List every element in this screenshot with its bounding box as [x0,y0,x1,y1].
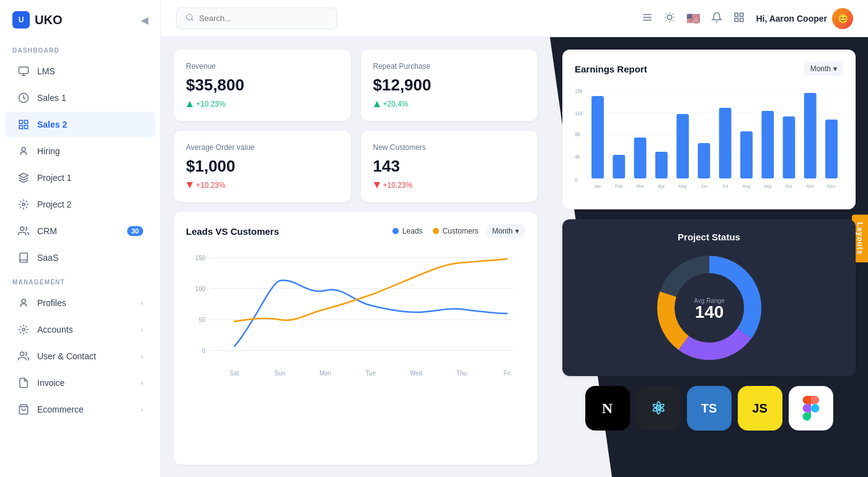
lms-label: LMS [37,66,55,76]
svg-text:Dec: Dec [828,183,836,189]
invoice-label: Invoice [37,378,64,388]
logo: U UKO [12,11,62,28]
menu-icon[interactable] [642,12,653,25]
nextjs-logo[interactable]: N [585,386,630,431]
svg-rect-62 [634,138,647,178]
sidebar-item-hiring[interactable]: Hiring [5,138,156,164]
revenue-change: +10.23% [186,100,339,108]
leads-vs-customers-card: Leads VS Customers Leads Customers [174,212,538,465]
sidebar-item-lms[interactable]: LMS [5,58,156,84]
apps-icon[interactable] [733,12,745,25]
leads-legend-label: Leads [402,227,423,235]
repeat-change: +20.4% [373,100,526,108]
svg-line-14 [192,19,193,21]
react-logo[interactable]: ⚛ [636,386,681,431]
sidebar-item-saas[interactable]: SaaS [5,245,156,271]
project2-label: Project 2 [37,199,71,209]
hiring-icon [17,145,30,157]
sidebar-item-usercontact[interactable]: User & Contact › [5,343,156,369]
leads-title: Leads VS Customers [186,226,279,237]
leads-legend-dot [392,228,399,234]
svg-point-8 [20,227,24,230]
sidebar-item-project2[interactable]: Project 2 [5,191,156,217]
lms-icon [17,65,30,77]
earnings-card: Earnings Report Month ▾ 15k 11k 8k 4k [562,50,856,209]
svg-text:4k: 4k [575,154,580,160]
revenue-value: $35,800 [186,76,339,95]
search-input[interactable] [199,14,323,23]
svg-rect-63 [655,152,668,178]
flag-icon[interactable]: 🇺🇸 [686,12,700,25]
line-chart: 150 100 50 0 Sat Sun Mon Tue Wed Thu Fri [186,245,525,382]
sidebar-item-ecommerce[interactable]: Ecommerce › [5,396,156,422]
svg-text:Mon: Mon [319,370,331,377]
right-column: Earnings Report Month ▾ 15k 11k 8k 4k [550,37,868,477]
figma-logo[interactable] [789,386,833,431]
invoice-icon [17,377,30,389]
svg-text:Tue: Tue [366,370,376,377]
search-box[interactable] [176,7,337,29]
stat-card-repeat-purchase: Repeat Purchase $12,900 +20.4% [361,50,538,121]
svg-line-22 [673,20,673,20]
crm-icon [17,225,30,237]
svg-marker-31 [187,101,193,107]
typescript-logo[interactable]: TS [687,386,732,431]
sidebar-collapse-button[interactable]: ◀ [141,14,148,26]
svg-rect-65 [698,143,710,178]
svg-point-9 [22,299,25,303]
usercontact-icon [17,350,30,362]
new-customers-label: New Customers [373,143,526,152]
sales2-label: Sales 2 [37,120,67,129]
svg-text:11k: 11k [575,110,583,117]
javascript-logo[interactable]: JS [738,386,782,431]
project-donut-chart: Avg Range 140 [653,252,765,364]
svg-point-18 [668,15,673,20]
sidebar-item-project1[interactable]: Project 1 [5,165,156,191]
sidebar-item-crm[interactable]: CRM 30 [5,218,156,244]
notification-icon[interactable] [711,12,722,25]
svg-point-11 [20,352,24,356]
saas-icon [17,252,30,264]
usercontact-chevron: › [141,352,143,360]
stat-card-avg-order: Average Order value $1,000 +10.23% [174,131,351,202]
theme-icon[interactable] [664,12,675,25]
svg-text:150: 150 [195,255,206,261]
leads-month-button[interactable]: Month ▾ [486,224,525,238]
svg-marker-34 [374,182,380,188]
sidebar-item-sales1[interactable]: Sales 1 [5,85,156,111]
svg-text:15k: 15k [575,88,583,95]
svg-rect-27 [735,13,738,16]
svg-rect-3 [25,120,28,123]
profiles-chevron: › [141,299,143,307]
logo-label: UKO [35,13,62,27]
leads-legend: Leads Customers [392,227,479,235]
sidebar-item-profiles[interactable]: Profiles › [5,290,156,316]
accounts-label: Accounts [37,325,73,335]
svg-text:Mar: Mar [636,183,644,189]
svg-text:Sep: Sep [764,183,772,189]
sidebar-item-sales2[interactable]: Sales 2 [5,112,156,138]
svg-rect-66 [719,108,732,178]
earnings-month-button[interactable]: Month ▾ [804,62,843,76]
sales2-icon [17,118,30,131]
svg-rect-61 [613,155,625,178]
svg-rect-28 [740,13,743,16]
user-avatar: 😊 [832,8,853,29]
svg-point-13 [187,14,192,20]
svg-rect-70 [804,93,817,178]
invoice-chevron: › [141,379,143,387]
avg-order-label: Average Order value [186,143,339,152]
management-section-label: MANAGEMENT [0,271,161,289]
profiles-label: Profiles [37,298,66,308]
sidebar-section-management: MANAGEMENT Profiles › Accounts › [0,271,161,423]
repeat-value: $12,900 [373,76,526,95]
sidebar-item-accounts[interactable]: Accounts › [5,317,156,343]
svg-rect-71 [825,120,838,178]
sidebar-section-dashboard: DASHBOARD LMS Sales 1 [0,40,161,271]
svg-text:Sat: Sat [230,370,239,377]
crm-badge: 30 [127,226,143,236]
svg-text:Jan: Jan [594,183,601,189]
svg-marker-33 [187,182,193,188]
sidebar-item-invoice[interactable]: Invoice › [5,370,156,396]
sales1-icon [17,92,30,104]
